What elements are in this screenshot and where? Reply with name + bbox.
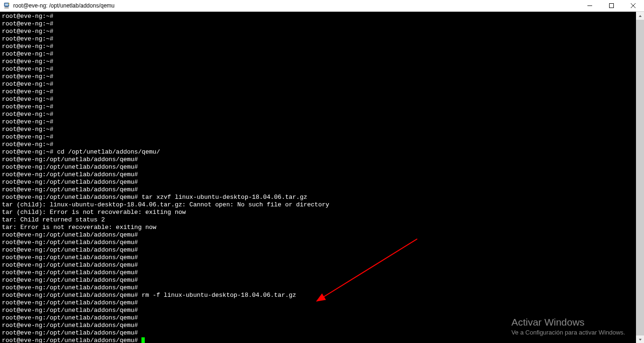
svg-rect-1 [5, 4, 8, 6]
window-title: root@eve-ng: /opt/unetlab/addons/qemu [13, 2, 115, 9]
svg-rect-3 [5, 8, 9, 9]
scroll-down-button[interactable] [636, 335, 644, 343]
close-button[interactable] [622, 0, 644, 11]
svg-rect-6 [610, 4, 614, 8]
terminal-container: root@eve-ng:~# root@eve-ng:~# root@eve-n… [0, 12, 644, 343]
terminal-cursor [141, 337, 145, 343]
scroll-track[interactable] [636, 20, 644, 335]
scroll-up-button[interactable] [636, 12, 644, 20]
window-titlebar: root@eve-ng: /opt/unetlab/addons/qemu [0, 0, 644, 12]
svg-rect-2 [5, 7, 8, 8]
scroll-thumb[interactable] [636, 20, 644, 335]
maximize-button[interactable] [601, 0, 622, 11]
minimize-button[interactable] [579, 0, 601, 11]
scrollbar[interactable] [636, 12, 644, 343]
terminal[interactable]: root@eve-ng:~# root@eve-ng:~# root@eve-n… [0, 12, 636, 343]
putty-icon [3, 2, 10, 9]
